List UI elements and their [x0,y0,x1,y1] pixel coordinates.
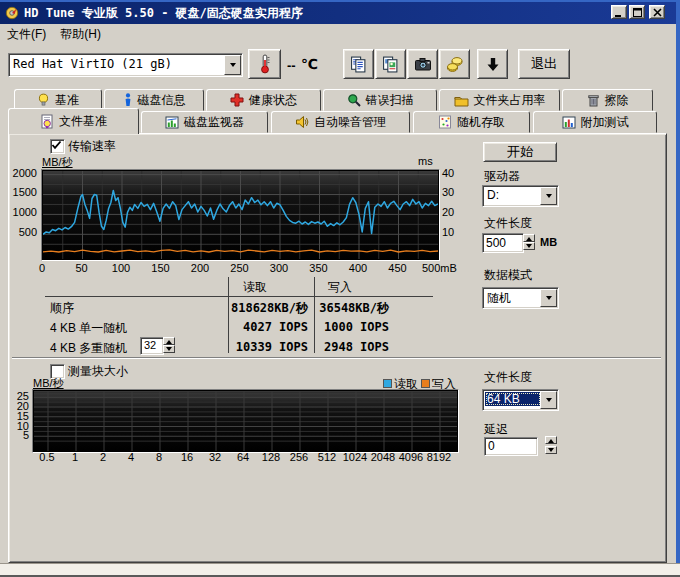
title-bar[interactable]: HD Tune 专业版 5.50 - 硬盘/固态硬盘实用程序 [0,2,676,24]
exit-button-label: 退出 [531,55,558,73]
chevron-down-icon[interactable] [540,289,557,307]
drive-dropdown[interactable]: D: [482,185,559,207]
tab-random-access[interactable]: 随机存取 [413,111,530,133]
drive-select-value: Red Hat VirtIO (21 gB) [13,57,224,71]
tab-erase[interactable]: 擦除 [562,89,653,111]
tab-file-benchmark-label: 文件基准 [59,113,107,130]
thermometer-icon [258,54,272,74]
tab-random-access-label: 随机存取 [457,114,505,131]
spinner-down-icon[interactable] [163,345,175,353]
file-length-field[interactable]: 500 [482,233,524,253]
window-title: HD Tune 专业版 5.50 - 硬盘/固态硬盘实用程序 [24,5,303,22]
chevron-down-icon[interactable] [224,55,241,75]
tab-error-scan-label: 错误扫描 [366,92,414,109]
app-icon [5,6,19,20]
exit-button[interactable]: 退出 [518,49,570,79]
queue-depth-value: 32 [144,339,156,351]
copy-image-icon [382,56,399,73]
download-button[interactable] [477,49,508,79]
delay-value: 0 [488,439,495,453]
tab-content-panel [8,133,667,563]
temperature-unit: ℃ [301,56,318,72]
tab-folder-usage[interactable]: 文件夹占用率 [439,89,560,111]
delay-stepper[interactable] [545,436,557,454]
screenshot-button[interactable] [407,49,438,79]
copy-image-button[interactable] [375,49,406,79]
red-cross-icon [230,93,244,107]
file-length-stepper[interactable] [523,234,535,250]
scatter-dots-icon [438,115,452,129]
chevron-down-icon[interactable] [540,187,557,205]
page-bulb-icon [40,114,54,129]
folder-icon [454,94,469,107]
tab-disk-info-label: 磁盘信息 [138,92,186,109]
temperature-button[interactable] [248,49,281,79]
queue-depth-stepper[interactable] [163,337,175,353]
trash-icon [587,93,600,107]
tab-benchmark-label: 基准 [55,92,79,109]
window-border-right [676,0,680,563]
copy-text-icon [350,56,367,73]
tab-health[interactable]: 健康状态 [206,89,321,111]
spinner-up-icon[interactable] [545,436,557,444]
data-mode-dropdown[interactable]: 随机 [482,287,559,309]
spinner-down-icon[interactable] [523,242,535,250]
delay-field[interactable]: 0 [484,437,538,456]
start-button-label: 开始 [507,143,534,161]
transfer-rate-checkbox-label[interactable]: 传输速率 [68,138,116,155]
queue-depth-field[interactable]: 32 [140,337,164,355]
lightbulb-icon [37,93,50,107]
drive-dropdown-value: D: [487,188,540,202]
transfer-rate-checkbox[interactable] [50,139,65,154]
tab-extra-tests[interactable]: 附加测试 [533,111,657,133]
spinner-up-icon[interactable] [523,234,535,242]
tab-disk-monitor-label: 磁盘监视器 [184,114,244,131]
block-file-length-value: 64 KB [485,392,541,406]
tab-folder-usage-label: 文件夹占用率 [474,92,546,109]
temperature-value: -- [287,58,296,73]
tab-health-label: 健康状态 [249,92,297,109]
save-button[interactable] [439,49,470,79]
block-file-length-dropdown[interactable]: 64 KB [482,389,559,411]
tab-auto-acoustic-label: 自动噪音管理 [314,114,386,131]
bar-chart-icon [165,116,179,129]
menu-help[interactable]: 帮助(H) [53,24,108,45]
menu-file[interactable]: 文件(F) [0,24,53,45]
window-border-bottom [0,563,680,575]
mini-bar-chart-icon [562,116,576,129]
tab-disk-monitor[interactable]: 磁盘监视器 [141,111,268,133]
camera-icon [414,56,432,72]
block-size-checkbox-label[interactable]: 测量块大小 [68,363,128,380]
tab-file-benchmark[interactable]: 文件基准 [8,108,139,134]
speaker-icon [295,115,309,129]
copy-text-button[interactable] [343,49,374,79]
maximize-button[interactable] [629,5,645,19]
magnifier-icon [347,93,361,107]
file-length-value: 500 [486,236,506,250]
menu-bar: 文件(F) 帮助(H) [0,24,676,44]
info-icon [123,93,133,107]
gold-disks-icon [446,56,464,73]
hdtune-window: HD Tune 专业版 5.50 - 硬盘/固态硬盘实用程序 文件(F) 帮助(… [0,0,680,577]
drive-select-combobox[interactable]: Red Hat VirtIO (21 gB) [8,53,243,77]
start-button[interactable]: 开始 [483,142,557,162]
tab-error-scan[interactable]: 错误扫描 [323,89,437,111]
tab-extra-tests-label: 附加测试 [581,114,629,131]
chevron-down-icon[interactable] [540,391,557,409]
spinner-down-icon[interactable] [545,446,557,454]
tab-erase-label: 擦除 [605,92,629,109]
arrow-down-icon [485,56,501,73]
data-mode-value: 随机 [487,290,540,307]
spinner-up-icon[interactable] [163,337,175,345]
minimize-button[interactable] [611,5,627,19]
tab-auto-acoustic[interactable]: 自动噪音管理 [271,111,410,133]
close-button[interactable] [649,5,665,19]
block-size-checkbox[interactable] [50,364,65,379]
